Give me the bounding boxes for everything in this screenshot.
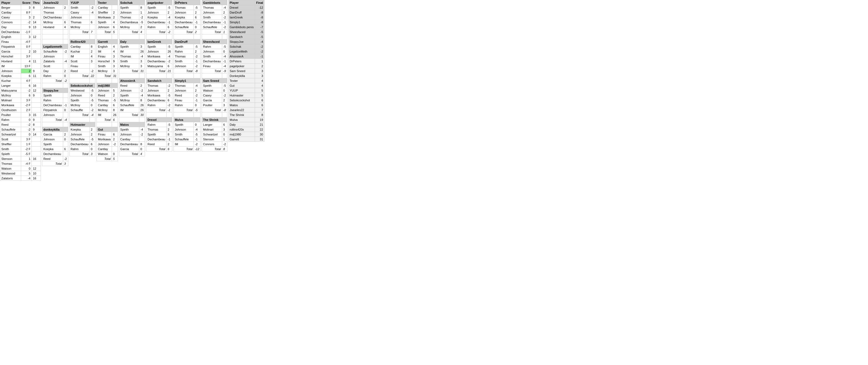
pick-row: Speith3 — [119, 44, 145, 49]
pick-value: 3 — [222, 103, 227, 108]
player-thru — [32, 44, 41, 49]
final-row: DrPeters1 — [228, 59, 264, 64]
pick-name: Dechambeau — [119, 142, 139, 147]
pick-name: DeChambeau — [42, 103, 63, 108]
pick-row: Total-2 — [146, 30, 173, 34]
pick-name: Stenson — [202, 137, 222, 142]
pick-value: 2 — [222, 98, 227, 103]
player-name: Schauffele — [0, 127, 21, 132]
pick-name: Thomas — [97, 98, 112, 103]
pick-value: 0 — [222, 132, 227, 137]
pick-name: Smith — [174, 59, 193, 64]
pick-row: Rahm0 — [174, 103, 200, 108]
pick-row: Stenson1 — [202, 137, 227, 142]
pick-name: IM — [97, 49, 112, 54]
final-player-name: Texter — [228, 78, 255, 83]
pick-name — [174, 34, 193, 39]
pick-value: 6 — [112, 132, 118, 137]
final-player-value: 4 — [255, 78, 265, 83]
pick-value: -5 — [90, 88, 95, 93]
player-score: -4 F — [21, 39, 32, 44]
player-thru: 14 — [32, 132, 41, 137]
pick-name: Johnson — [69, 15, 89, 20]
header-gamblebots: Gamblebots — [202, 0, 227, 5]
section-header: AhoosierA — [119, 78, 145, 83]
pick-row: Koepka-4 — [146, 15, 173, 20]
pick-row: McIlroy3 — [97, 68, 118, 73]
player-score: 6 — [21, 73, 32, 78]
pick-row: Speith8 — [146, 132, 173, 137]
pick-row: McIlroy3 — [119, 64, 145, 68]
final-player-value: 5 — [255, 93, 265, 98]
final-player-name: rollins420x — [228, 127, 255, 132]
pick-value: -2 — [90, 5, 95, 10]
pick-row: Johnson2 — [202, 10, 227, 15]
pick-name: Horschel — [97, 59, 112, 64]
final-player-value: 6 — [255, 98, 265, 103]
pick-value: -4 — [222, 5, 227, 10]
pick-row — [119, 73, 145, 78]
final-row: Garrett31 — [228, 137, 264, 142]
pick-value: -1 — [63, 103, 68, 108]
player-name: Kuchar — [0, 78, 21, 83]
final-player-name: Daly — [228, 122, 255, 127]
total-label: Total — [69, 73, 89, 78]
total-label: Total — [146, 68, 166, 73]
pick-name: Dechambeau — [69, 142, 89, 147]
header-pagelpoker: pagelpoker — [146, 0, 173, 5]
pick-value: 3 — [139, 44, 145, 49]
total-label: Total — [146, 147, 166, 151]
pick-row: Thomas-5 — [97, 98, 118, 103]
pick-row: Johnson-2 — [119, 88, 145, 93]
player-name: Langer — [0, 83, 21, 88]
player-score: -2 — [21, 127, 32, 132]
player-name: Schwartzel — [0, 132, 21, 137]
pick-row: Speith-5 — [202, 83, 227, 88]
pick-name: Smith — [202, 15, 222, 20]
section-header: DanDruff — [174, 39, 200, 44]
total-value: 21 — [166, 68, 172, 73]
player-thru — [32, 98, 41, 103]
section-header: Matos — [119, 122, 145, 127]
pick-value: 6 — [166, 64, 172, 68]
pick-row: Speith-5 — [146, 44, 173, 49]
player-name: Garcia — [0, 49, 21, 54]
pick-name: Koepka — [146, 15, 166, 20]
total-value: -1 — [166, 108, 172, 113]
final-row: AhoosierA-1 — [228, 54, 264, 59]
player-score: 6 — [21, 93, 32, 98]
player-score: 3 F — [21, 137, 32, 142]
pick-name: Dechambeau — [146, 137, 166, 142]
pick-row: Dechambeau-1 — [146, 137, 173, 142]
total-label: Total — [119, 151, 139, 156]
pick-row — [69, 34, 95, 39]
section-header: SloppyJoe — [42, 88, 68, 93]
pick-row: Dechambeau-1 — [146, 20, 173, 25]
player-score: 4 F — [21, 78, 32, 83]
pick-value: 0 — [63, 73, 68, 78]
pick-row: Schauffele-5 — [69, 137, 95, 142]
pick-row: Spieth4 — [97, 20, 118, 25]
pick-row: Cantlay — [119, 137, 145, 142]
section-header: donkeykilla — [42, 127, 68, 132]
pick-name: Casey — [202, 93, 222, 98]
player-name: Casey — [0, 15, 21, 20]
pick-value — [63, 151, 68, 156]
pick-name: Speith — [119, 44, 139, 49]
pick-name: Scott — [42, 64, 63, 68]
header-final: Final — [255, 0, 265, 5]
pick-row: Drexel — [146, 117, 173, 122]
pick-row: Kuchar2 — [69, 49, 95, 54]
pick-value: -5 — [139, 20, 145, 25]
pick-value: -4 — [222, 64, 227, 68]
final-row: Gut4 — [228, 83, 264, 88]
total-value: -4 — [90, 113, 95, 117]
pick-value: -2 — [139, 15, 145, 20]
player-score: -2 F — [21, 103, 32, 108]
pick-row — [42, 34, 68, 39]
pick-row: Schwartzel0 — [202, 132, 227, 137]
total-label: Total — [174, 147, 193, 151]
pick-row: Dechambeau-1 — [174, 20, 200, 25]
pick-value — [90, 15, 95, 20]
pick-name: Schauffele — [69, 137, 89, 142]
